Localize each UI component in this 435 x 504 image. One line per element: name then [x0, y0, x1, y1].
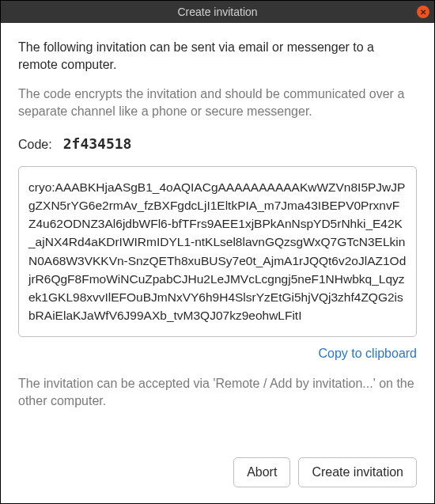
spacer [18, 410, 417, 446]
button-row: Abort Create invitation [18, 446, 417, 487]
close-icon[interactable]: ✕ [417, 6, 429, 18]
create-invitation-button[interactable]: Create invitation [298, 457, 417, 487]
intro-text: The following invitation can be sent via… [18, 39, 417, 74]
dialog-content: The following invitation can be sent via… [1, 23, 434, 503]
accept-note: The invitation can be accepted via 'Remo… [18, 375, 417, 411]
copy-link-row: Copy to clipboard [18, 347, 417, 361]
code-label: Code: [18, 138, 52, 152]
window-title: Create invitation [177, 6, 257, 18]
encrypt-note: The code encrypts the invitation and sho… [18, 85, 417, 121]
code-row: Code: 2f434518 [18, 135, 417, 152]
invitation-textbox[interactable]: cryo:AAABKHjaASgB1_4oAQIACgAAAAAAAAAAKwW… [18, 166, 417, 337]
copy-to-clipboard-link[interactable]: Copy to clipboard [318, 347, 417, 360]
code-value: 2f434518 [63, 135, 132, 152]
titlebar: Create invitation ✕ [1, 1, 434, 23]
abort-button[interactable]: Abort [233, 457, 290, 487]
